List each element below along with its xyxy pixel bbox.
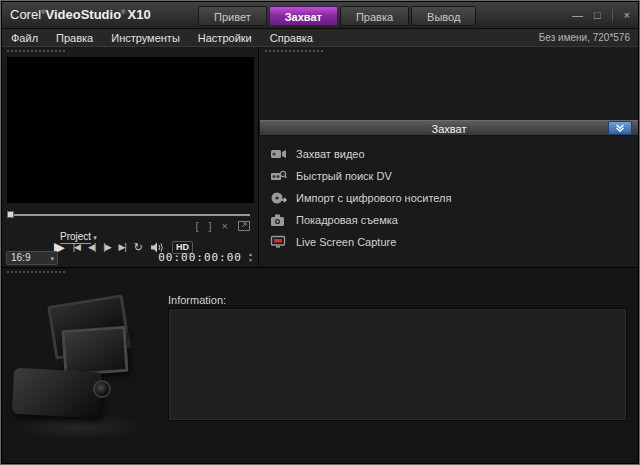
capture-option-live-screen-capture[interactable]: Live Screen Capture <box>260 231 638 253</box>
live-screen-capture-icon <box>270 235 287 249</box>
capture-options-list: Захват видео Быстрый поиск DV Импорт с ц… <box>260 143 638 253</box>
video-preview <box>7 57 254 203</box>
capture-option-label: Live Screen Capture <box>296 236 396 248</box>
information-panel: Information: <box>2 267 638 463</box>
timecode-field[interactable]: 00:00:00:00 <box>158 251 242 265</box>
information-box <box>168 308 627 421</box>
player-panel: [ ] × Project▾ ▶ |◀ ◀| |▶ ▶| ↻ HD 16:9 <box>2 47 259 266</box>
dv-quick-scan-icon <box>270 169 287 183</box>
step-tabs: Привет Захват Правка Вывод <box>198 6 476 26</box>
camcorder-lens-graphic <box>93 380 111 398</box>
capture-header: Захват <box>260 120 638 136</box>
maximize-icon[interactable]: □ <box>594 8 601 22</box>
aspect-ratio-value: 16:9 <box>11 252 30 263</box>
minimize-icon[interactable]: — <box>572 8 583 22</box>
panel-grip <box>265 50 323 52</box>
timecode-stepper: ▲ ▼ <box>248 251 253 263</box>
camcorder-icon <box>270 147 287 161</box>
scrub-handle[interactable] <box>7 211 14 218</box>
scrub-bar[interactable] <box>8 214 250 216</box>
app-window: Corel®VideoStudio®X10 Привет Захват Прав… <box>0 0 640 465</box>
panel-grip <box>7 271 65 273</box>
camcorder-graphic <box>12 368 102 419</box>
tab-capture[interactable]: Захват <box>269 6 338 26</box>
tab-share[interactable]: Вывод <box>411 6 476 26</box>
monitor-graphic <box>61 326 128 376</box>
tab-welcome[interactable]: Привет <box>198 6 267 26</box>
capture-option-video[interactable]: Захват видео <box>260 143 638 165</box>
capture-option-label: Покадровая съемка <box>296 214 398 226</box>
window-controls-divider <box>612 9 613 21</box>
close-icon[interactable]: × <box>624 8 630 22</box>
mark-in-icon[interactable]: [ <box>195 220 198 232</box>
player-bottom-row: 16:9 ▾ 00:00:00:00 ▲ ▼ <box>2 251 258 265</box>
menu-edit[interactable]: Правка <box>47 29 102 47</box>
document-info: Без имени, 720*576 <box>539 29 630 47</box>
product-version: X10 <box>128 7 151 22</box>
title-bar: Corel®VideoStudio®X10 Привет Захват Прав… <box>2 2 638 29</box>
capture-option-label: Захват видео <box>296 148 365 160</box>
chevron-down-icon <box>615 124 625 132</box>
menu-bar: Файл Правка Инструменты Настройки Справк… <box>2 29 638 47</box>
menu-file[interactable]: Файл <box>2 29 47 47</box>
chevron-down-icon: ▾ <box>50 253 54 265</box>
aspect-ratio-select[interactable]: 16:9 ▾ <box>6 251 58 265</box>
digital-media-import-icon <box>270 191 287 205</box>
mark-out-icon[interactable]: ] <box>209 220 212 232</box>
capture-option-dv-quick-scan[interactable]: Быстрый поиск DV <box>260 165 638 187</box>
product-name: VideoStudio <box>46 7 122 22</box>
artwork-shadow <box>15 414 145 440</box>
capture-option-digital-media-import[interactable]: Импорт с цифрового носителя <box>260 187 638 209</box>
registered-mark: ® <box>121 9 125 15</box>
capture-option-label: Быстрый поиск DV <box>296 170 392 182</box>
window-controls: — □ × <box>572 8 630 22</box>
brand-name: Corel <box>10 7 41 22</box>
capture-panel: Захват Захват видео Быстрый поиск DV <box>260 47 638 266</box>
enlarge-preview-icon[interactable] <box>238 221 250 231</box>
menu-help[interactable]: Справка <box>261 29 322 47</box>
panel-grip <box>7 50 65 52</box>
menu-tools[interactable]: Инструменты <box>102 29 189 47</box>
capture-header-dropdown-button[interactable] <box>608 121 632 135</box>
delete-icon[interactable]: × <box>222 220 228 232</box>
app-logo: Corel®VideoStudio®X10 <box>10 7 151 22</box>
information-label: Information: <box>168 294 226 306</box>
tab-edit[interactable]: Правка <box>340 6 409 26</box>
capture-option-stop-motion[interactable]: Покадровая съемка <box>260 209 638 231</box>
stop-motion-icon <box>270 213 287 227</box>
capture-option-label: Импорт с цифрового носителя <box>296 192 451 204</box>
product-artwork <box>7 288 162 453</box>
trim-controls: [ ] × <box>195 220 250 232</box>
spin-down-icon[interactable]: ▼ <box>248 257 253 263</box>
menu-settings[interactable]: Настройки <box>189 29 261 47</box>
